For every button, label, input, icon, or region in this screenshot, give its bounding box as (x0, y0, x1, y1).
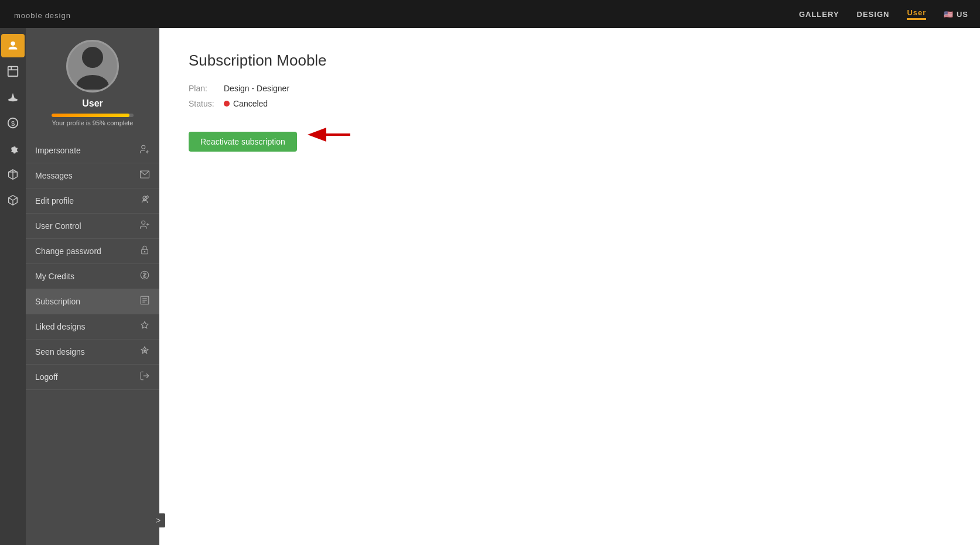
plan-label: Plan: (189, 84, 224, 93)
status-label: Status: (189, 99, 224, 108)
change-password-label: Change password (35, 246, 139, 256)
svg-point-19 (144, 251, 145, 252)
impersonate-icon (139, 144, 150, 157)
locale-flag[interactable]: 🇺🇸 US (944, 10, 968, 19)
profile-progress-bar (52, 114, 134, 117)
seen-designs-label: Seen designs (35, 347, 139, 357)
impersonate-label: Impersonate (35, 146, 139, 155)
subscription-label: Subscription (35, 297, 139, 306)
icon-sidebar: $ (0, 28, 26, 545)
messages-label: Messages (35, 171, 139, 180)
page-title: Subscription Mooble (189, 52, 951, 70)
user-control-label: User Control (35, 221, 139, 231)
sidebar-icon-cube1[interactable] (1, 163, 25, 186)
status-dot (224, 101, 230, 107)
sidebar-item-liked-designs[interactable]: Liked designs (26, 314, 159, 340)
sidebar-icon-user[interactable] (1, 34, 25, 57)
svg-line-10 (9, 198, 13, 200)
main-layout: $ User Your profile is 95% complete Impe… (0, 28, 980, 545)
sidebar-item-my-credits[interactable]: My Credits (26, 264, 159, 289)
username-label: User (82, 98, 103, 109)
sidebar-icon-gear[interactable] (1, 137, 25, 160)
design-link[interactable]: DESIGN (857, 10, 890, 19)
svg-point-13 (76, 75, 109, 90)
sidebar-icon-box[interactable] (1, 60, 25, 83)
svg-line-9 (13, 198, 17, 200)
plan-row: Plan: Design - Designer (189, 84, 951, 93)
plan-value: Design - Designer (224, 84, 289, 93)
liked-designs-label: Liked designs (35, 322, 139, 331)
sidebar-item-seen-designs[interactable]: Seen designs (26, 340, 159, 365)
main-content: Subscription Mooble Plan: Design - Desig… (159, 28, 980, 545)
collapse-icon: > (156, 516, 161, 525)
profile-progress-fill (52, 114, 129, 117)
sidebar-item-logoff[interactable]: Logoff (26, 365, 159, 390)
svg-rect-1 (8, 67, 18, 77)
svg-text:$: $ (11, 120, 15, 127)
my-credits-label: My Credits (35, 272, 139, 281)
sidebar-icon-hat[interactable] (1, 85, 25, 109)
messages-icon (139, 169, 150, 182)
logo-sub: design (45, 11, 71, 20)
user-control-icon (139, 220, 150, 232)
status-value: Canceled (233, 99, 268, 108)
sidebar-item-edit-profile[interactable]: Edit profile (26, 188, 159, 214)
user-link[interactable]: User (907, 8, 926, 20)
nav-links: GALLERY DESIGN User 🇺🇸 US (799, 8, 968, 20)
svg-point-0 (11, 42, 15, 46)
sidebar-icon-dollar[interactable]: $ (1, 111, 25, 135)
logoff-label: Logoff (35, 372, 139, 382)
sidebar-nav: Impersonate Messages Edit profile User C… (26, 138, 159, 390)
avatar (66, 40, 119, 92)
status-row: Status: Canceled (189, 99, 951, 108)
svg-point-25 (144, 350, 146, 352)
logoff-icon (139, 371, 150, 383)
seen-designs-icon (139, 345, 150, 358)
edit-profile-icon (139, 194, 150, 207)
profile-complete-text: Your profile is 95% complete (52, 119, 133, 126)
logo-text: mooble (14, 11, 43, 20)
user-sidebar: User Your profile is 95% complete Impers… (26, 28, 159, 545)
arrow-indicator (306, 124, 353, 148)
logo[interactable]: moobledesign (12, 6, 71, 22)
sidebar-item-user-control[interactable]: User Control (26, 214, 159, 239)
change-password-icon (139, 245, 150, 258)
top-navigation: moobledesign GALLERY DESIGN User 🇺🇸 US (0, 0, 980, 28)
collapse-sidebar-button[interactable]: > (151, 513, 165, 527)
reactivate-subscription-button[interactable]: Reactivate subscription (189, 132, 297, 152)
sidebar-item-messages[interactable]: Messages (26, 163, 159, 188)
sidebar-item-impersonate[interactable]: Impersonate (26, 138, 159, 163)
gallery-link[interactable]: GALLERY (799, 10, 839, 19)
edit-profile-label: Edit profile (35, 196, 139, 205)
sidebar-item-change-password[interactable]: Change password (26, 239, 159, 264)
subscription-icon (139, 295, 150, 308)
svg-point-17 (142, 221, 145, 224)
sidebar-icon-cube2[interactable] (1, 188, 25, 212)
my-credits-icon (139, 270, 150, 283)
sidebar-item-subscription[interactable]: Subscription (26, 289, 159, 314)
liked-designs-icon (139, 320, 150, 333)
svg-point-14 (142, 145, 145, 149)
svg-point-12 (82, 47, 103, 68)
